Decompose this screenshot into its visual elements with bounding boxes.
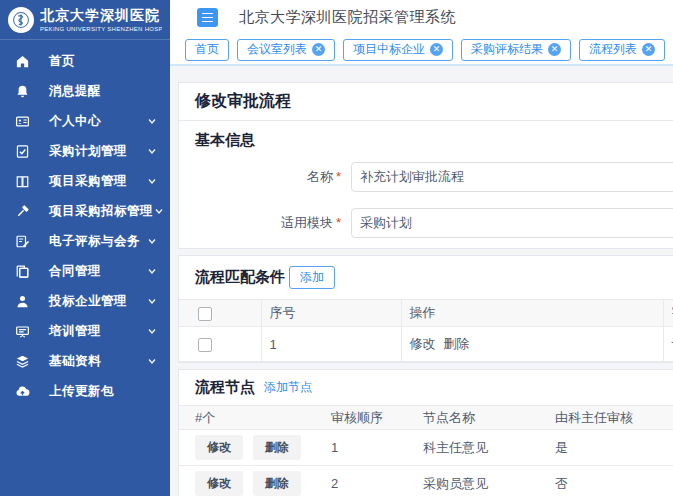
tab-label: 流程列表 xyxy=(589,41,637,58)
sidebar-item-messages[interactable]: 消息提醒 xyxy=(0,76,170,106)
sidebar-item-e-evaluation[interactable]: 电子评标与会务 xyxy=(0,226,170,256)
sidebar-item-label: 首页 xyxy=(49,53,158,70)
sidebar-item-purchase-plan[interactable]: 采购计划管理 xyxy=(0,136,170,166)
bell-icon xyxy=(14,83,30,99)
table-header-row: #个 审核顺序 节点名称 由科主任审核 xyxy=(179,406,673,430)
chevron-down-icon xyxy=(146,115,158,127)
id-card-icon xyxy=(14,113,30,129)
layers-icon xyxy=(14,353,30,369)
sidebar-item-contract[interactable]: 合同管理 xyxy=(0,256,170,286)
match-conditions-header: 流程匹配条件 添加 xyxy=(179,256,673,299)
close-icon[interactable]: ✕ xyxy=(312,43,325,56)
select-all-checkbox[interactable] xyxy=(198,307,212,321)
chevron-down-icon xyxy=(146,145,158,157)
tab-winning-bidders[interactable]: 项目中标企业 ✕ xyxy=(343,39,453,61)
match-conditions-title: 流程匹配条件 xyxy=(195,268,285,287)
edit-document-icon xyxy=(14,233,30,249)
required-asterisk: * xyxy=(336,169,341,184)
tab-process-list[interactable]: 流程列表 ✕ xyxy=(579,39,665,61)
add-node-link[interactable]: 添加节点 xyxy=(264,379,312,396)
chevron-down-icon xyxy=(146,175,158,187)
module-field-row: 适用模块* xyxy=(179,208,673,238)
delete-action[interactable]: 删除 xyxy=(443,336,469,351)
gavel-icon xyxy=(14,203,30,219)
row-node-name: 科主任意见 xyxy=(411,430,543,466)
modify-button[interactable]: 修改 xyxy=(195,471,243,496)
column-seq: 序号 xyxy=(261,300,401,327)
hospital-emblem-icon xyxy=(8,7,34,33)
sidebar-item-label: 上传更新包 xyxy=(49,383,158,400)
row-order: 2 xyxy=(319,466,411,496)
page-content: 修改审批流程 基本信息 名称* 适用模块* 流程匹配条件 添加 xyxy=(170,66,673,496)
name-field-row: 名称* xyxy=(179,162,673,192)
chevron-down-icon xyxy=(146,235,158,247)
sidebar-item-label: 消息提醒 xyxy=(49,83,158,100)
row-checkbox[interactable] xyxy=(198,338,212,352)
close-icon[interactable]: ✕ xyxy=(430,43,443,56)
sidebar-item-label: 培训管理 xyxy=(49,323,146,340)
add-condition-button[interactable]: 添加 xyxy=(289,266,335,289)
tab-home[interactable]: 首页 xyxy=(185,39,229,61)
row-node-name: 采购员意见 xyxy=(411,466,543,496)
tab-label: 采购评标结果 xyxy=(471,41,543,58)
close-icon[interactable]: ✕ xyxy=(548,43,561,56)
sidebar-item-bidder-management[interactable]: 投标企业管理 xyxy=(0,286,170,316)
table-header-row: 序号 操作 字 xyxy=(179,300,673,327)
tab-bar: 首页 会议室列表 ✕ 项目中标企业 ✕ 采购评标结果 ✕ 流程列表 ✕ 流程 ✕ xyxy=(170,35,673,66)
sidebar-item-basic-data[interactable]: 基础资料 xyxy=(0,346,170,376)
module-input[interactable] xyxy=(351,208,673,238)
chevron-down-icon xyxy=(146,295,158,307)
delete-button[interactable]: 删除 xyxy=(253,471,301,496)
presentation-icon xyxy=(14,323,30,339)
sidebar-item-label: 电子评标与会务 xyxy=(49,233,146,250)
match-conditions-card: 流程匹配条件 添加 序号 操作 字 xyxy=(178,255,673,363)
sidebar-item-project-bidding[interactable]: 项目采购招标管理 xyxy=(0,196,170,226)
column-actions: 操作 xyxy=(401,300,663,327)
row-dept-head: 否 xyxy=(543,466,673,496)
hamburger-menu-icon[interactable] xyxy=(197,8,218,27)
sidebar-item-label: 项目采购招标管理 xyxy=(49,203,153,220)
modify-action[interactable]: 修改 xyxy=(410,336,436,351)
tab-evaluation-results[interactable]: 采购评标结果 ✕ xyxy=(461,39,571,61)
sidebar-item-label: 基础资料 xyxy=(49,353,146,370)
row-order: 1 xyxy=(319,430,411,466)
basic-info-section-title: 基本信息 xyxy=(179,121,673,154)
person-icon xyxy=(14,293,30,309)
tab-label: 会议室列表 xyxy=(247,41,307,58)
row-seq: 1 xyxy=(261,327,401,362)
flow-nodes-table: #个 审核顺序 节点名称 由科主任审核 修改 删除 1 xyxy=(179,405,673,496)
column-order: 审核顺序 xyxy=(319,406,411,430)
chevron-down-icon xyxy=(146,265,158,277)
sidebar-item-profile[interactable]: 个人中心 xyxy=(0,106,170,136)
flow-nodes-card: 流程节点 添加节点 #个 审核顺序 节点名称 由科主任审核 xyxy=(178,369,673,496)
sidebar-item-label: 采购计划管理 xyxy=(49,143,146,160)
flow-nodes-title: 流程节点 xyxy=(195,378,255,397)
chevron-down-icon xyxy=(153,205,165,217)
chevron-down-icon xyxy=(146,355,158,367)
tab-label: 首页 xyxy=(195,41,219,58)
sidebar-item-training[interactable]: 培训管理 xyxy=(0,316,170,346)
table-row: 修改 删除 1 科主任意见 是 xyxy=(179,430,673,466)
cloud-upload-icon xyxy=(14,383,30,399)
sidebar-item-upload-package[interactable]: 上传更新包 xyxy=(0,376,170,406)
sidebar-item-home[interactable]: 首页 xyxy=(0,46,170,76)
app-layout: 北京大学深圳医院 PEKING UNIVERSITY SHENZHEN HOSP… xyxy=(0,0,673,496)
hospital-name-cn: 北京大学深圳医院 xyxy=(40,7,162,25)
chevron-down-icon xyxy=(146,325,158,337)
name-field-label: 名称* xyxy=(179,168,341,186)
name-input[interactable] xyxy=(351,162,673,192)
module-field-label: 适用模块* xyxy=(179,214,341,232)
sidebar-item-label: 项目采购管理 xyxy=(49,173,146,190)
sidebar-item-project-purchase[interactable]: 项目采购管理 xyxy=(0,166,170,196)
modify-button[interactable]: 修改 xyxy=(195,435,243,460)
delete-button[interactable]: 删除 xyxy=(253,435,301,460)
row-dept-head: 是 xyxy=(543,430,673,466)
book-icon xyxy=(14,173,30,189)
row-clipped-cell: 计 xyxy=(663,327,673,362)
clipboard-check-icon xyxy=(14,143,30,159)
close-icon[interactable]: ✕ xyxy=(642,43,655,56)
tab-meeting-room-list[interactable]: 会议室列表 ✕ xyxy=(237,39,335,61)
match-conditions-table: 序号 操作 字 1 修改 删除 计 xyxy=(179,299,673,362)
top-header: 北京大学深圳医院招采管理系统 xyxy=(170,0,673,35)
tab-label: 项目中标企业 xyxy=(353,41,425,58)
